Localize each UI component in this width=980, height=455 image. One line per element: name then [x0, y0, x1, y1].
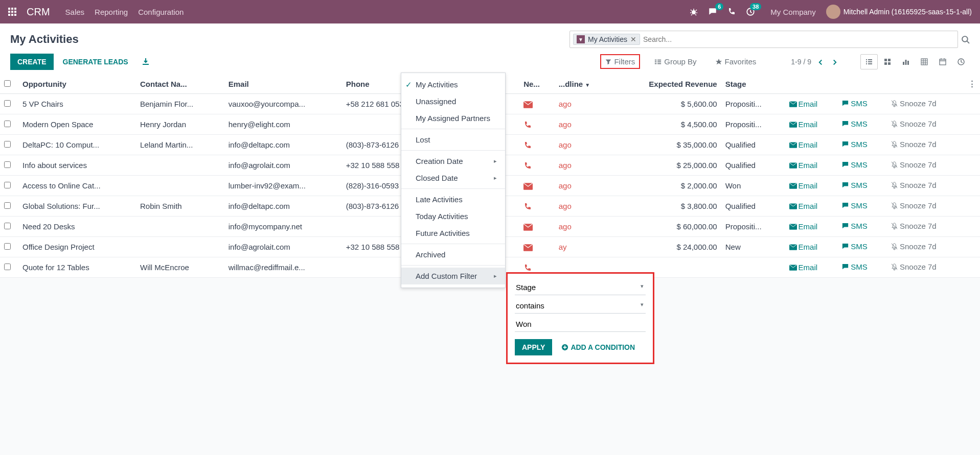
pager-prev-icon[interactable]	[815, 56, 826, 68]
select-all-checkbox[interactable]	[4, 80, 11, 87]
snooze-action[interactable]: Snooze 7d	[891, 99, 937, 108]
filter-my-assigned[interactable]: My Assigned Partners	[401, 110, 505, 127]
filter-add-custom[interactable]: Add Custom Filter	[401, 268, 505, 278]
snooze-action[interactable]: Snooze 7d	[891, 201, 937, 210]
row-checkbox[interactable]	[4, 141, 11, 148]
filter-unassigned[interactable]: Unassigned	[401, 93, 505, 110]
brand[interactable]: CRM	[27, 6, 50, 18]
snooze-action[interactable]: Snooze 7d	[891, 222, 937, 230]
view-activity-icon[interactable]	[952, 54, 970, 69]
nav-configuration[interactable]: Configuration	[138, 8, 184, 16]
search-icon[interactable]	[961, 35, 970, 44]
row-checkbox[interactable]	[4, 223, 11, 229]
snooze-action[interactable]: Snooze 7d	[891, 262, 937, 271]
filter-my-activities[interactable]: My Activities	[401, 76, 505, 93]
cell-revenue: $ 25,000.00	[611, 155, 721, 176]
filter-lost[interactable]: Lost	[401, 131, 505, 148]
row-checkbox[interactable]	[4, 202, 11, 209]
col-opportunity[interactable]: Opportunity	[18, 74, 136, 94]
favorites-button[interactable]: Favorites	[711, 55, 761, 68]
email-action[interactable]: Email	[789, 140, 818, 149]
company-selector[interactable]: My Company	[770, 8, 815, 16]
download-icon[interactable]	[138, 53, 154, 70]
column-menu-icon[interactable]: ⋮	[968, 79, 976, 88]
group-by-button[interactable]: Group By	[650, 55, 700, 68]
nav-reporting[interactable]: Reporting	[95, 8, 128, 16]
search-input[interactable]	[640, 33, 954, 45]
sms-action[interactable]: SMS	[841, 222, 868, 230]
view-graph-icon[interactable]	[897, 54, 915, 69]
snooze-action[interactable]: Snooze 7d	[891, 160, 937, 169]
filter-late[interactable]: Late Activities	[401, 191, 505, 208]
search-box[interactable]: ▼ My Activities ✕	[569, 31, 958, 48]
col-next[interactable]: Ne...	[519, 74, 555, 94]
phone-icon[interactable]	[727, 8, 736, 16]
cell-email: lumber-inv92@exam...	[224, 176, 342, 196]
cell-opportunity: Access to Online Cat...	[18, 176, 136, 196]
email-action[interactable]: Email	[789, 100, 818, 108]
row-checkbox[interactable]	[4, 121, 11, 127]
nav-sales[interactable]: Sales	[65, 8, 85, 16]
email-action[interactable]: Email	[789, 222, 818, 231]
chat-icon[interactable]: 6	[708, 7, 717, 16]
filter-closed-date[interactable]: Closed Date	[401, 170, 505, 186]
email-action[interactable]: Email	[789, 243, 818, 251]
funnel-icon: ▼	[577, 35, 585, 43]
sms-action[interactable]: SMS	[841, 140, 868, 149]
chip-remove-icon[interactable]: ✕	[630, 35, 636, 43]
svg-rect-7	[903, 62, 904, 65]
snooze-action[interactable]: Snooze 7d	[891, 140, 937, 149]
pager-next-icon[interactable]	[830, 56, 840, 68]
email-action[interactable]: Email	[789, 181, 818, 190]
sms-action[interactable]: SMS	[841, 181, 868, 189]
filters-button[interactable]: Filters	[600, 54, 640, 69]
cell-activity-icon	[519, 176, 555, 196]
sms-action[interactable]: SMS	[841, 201, 868, 210]
snooze-action[interactable]: Snooze 7d	[891, 181, 937, 189]
sms-action[interactable]: SMS	[841, 242, 868, 251]
cell-activity-icon	[519, 196, 555, 217]
pager-count: 1-9 / 9	[791, 58, 811, 66]
col-stage[interactable]: Stage	[721, 74, 785, 94]
filter-today[interactable]: Today Activities	[401, 208, 505, 225]
col-deadline[interactable]: ...dline▼	[555, 74, 611, 94]
cell-revenue: $ 24,000.00	[611, 237, 721, 257]
cell-contact	[136, 176, 224, 196]
view-pivot-icon[interactable]	[916, 54, 933, 69]
filter-future[interactable]: Future Activities	[401, 225, 505, 242]
email-action[interactable]: Email	[789, 120, 818, 129]
row-checkbox[interactable]	[4, 264, 11, 270]
create-button[interactable]: CREATE	[10, 54, 54, 70]
apps-icon[interactable]	[8, 8, 16, 16]
email-action[interactable]: Email	[789, 161, 818, 170]
view-list-icon[interactable]	[860, 54, 878, 69]
row-checkbox[interactable]	[4, 243, 11, 250]
filter-archived[interactable]: Archived	[401, 246, 505, 263]
cell-email: info@deltapc.com	[224, 196, 342, 217]
col-contact[interactable]: Contact Na...	[136, 74, 224, 94]
user-menu[interactable]: Mitchell Admin (16165925-saas-15-1-all)	[826, 5, 972, 19]
view-kanban-icon[interactable]	[879, 54, 896, 69]
sms-action[interactable]: SMS	[841, 99, 868, 108]
filter-creation-date[interactable]: Creation Date	[401, 153, 505, 170]
snooze-action[interactable]: Snooze 7d	[891, 242, 937, 251]
cell-contact	[136, 237, 224, 257]
clock-icon[interactable]: 38	[746, 7, 755, 16]
row-checkbox[interactable]	[4, 161, 11, 168]
row-checkbox[interactable]	[4, 100, 11, 107]
view-calendar-icon[interactable]	[934, 54, 951, 69]
row-checkbox[interactable]	[4, 182, 11, 188]
col-revenue[interactable]: Expected Revenue	[611, 74, 721, 94]
generate-leads-button[interactable]: GENERATE LEADS	[60, 54, 131, 70]
col-email[interactable]: Email	[224, 74, 342, 94]
sms-action[interactable]: SMS	[841, 262, 868, 271]
email-action[interactable]: Email	[789, 202, 818, 210]
sms-action[interactable]: SMS	[841, 160, 868, 169]
toolbar: Filters Group By Favorites 1-9 / 9	[600, 54, 970, 69]
cell-email: info@agrolait.com	[224, 155, 342, 176]
snooze-action[interactable]: Snooze 7d	[891, 119, 937, 128]
email-action[interactable]: Email	[789, 263, 818, 272]
svg-rect-6	[888, 62, 891, 65]
bug-icon[interactable]	[690, 8, 698, 16]
sms-action[interactable]: SMS	[841, 119, 868, 128]
